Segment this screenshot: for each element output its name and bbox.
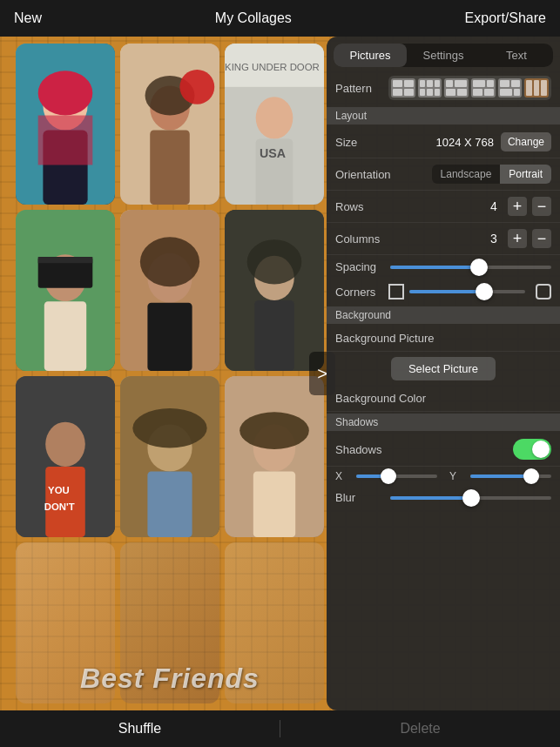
rows-value: 4 (485, 199, 503, 213)
tab-text[interactable]: Text (480, 44, 553, 67)
pattern-icon-5[interactable] (498, 78, 523, 98)
collage-cell-5[interactable] (120, 210, 219, 371)
collage-cell-4[interactable] (16, 210, 115, 371)
photo-3-overlay: KING UNDER DOOR USA (225, 44, 324, 205)
pattern-icon-4[interactable] (471, 78, 496, 98)
pattern-icons[interactable] (388, 76, 551, 100)
corners-slider[interactable] (409, 290, 525, 293)
svg-point-24 (140, 237, 199, 286)
shadows-toggle-knob (532, 441, 550, 458)
svg-rect-23 (147, 303, 192, 371)
spacing-slider[interactable] (390, 266, 551, 269)
svg-point-37 (132, 408, 206, 448)
pattern-icon-6[interactable] (524, 78, 549, 98)
bg-picture-label: Background Picture (335, 332, 551, 345)
orientation-label: Orientation (335, 168, 432, 181)
collage-cell-8[interactable] (120, 376, 219, 537)
columns-plus-button[interactable]: + (508, 229, 527, 248)
top-bar: New My Collages Export/Share (0, 0, 560, 37)
collage-cell-9[interactable] (225, 376, 324, 537)
svg-text:KING UNDER DOOR: KING UNDER DOOR (225, 62, 320, 72)
shuffle-button[interactable]: Shuffle (0, 721, 280, 737)
svg-rect-7 (150, 131, 190, 205)
corners-round-indicator (536, 284, 551, 299)
new-button[interactable]: New (14, 10, 42, 26)
blur-row: Blur (327, 486, 560, 509)
svg-text:DON'T: DON'T (44, 501, 75, 512)
delete-button[interactable]: Delete (280, 721, 560, 737)
blur-label: Blur (335, 491, 383, 504)
settings-panel: Pictures Settings Text Pattern (327, 37, 560, 710)
collage-overlay-text: Best Friends (9, 663, 331, 695)
export-button[interactable]: Export/Share (465, 10, 546, 26)
columns-control: 3 + − (485, 229, 551, 248)
columns-minus-button[interactable]: − (532, 229, 551, 248)
portrait-button[interactable]: Portrait (500, 165, 551, 184)
change-button[interactable]: Change (501, 132, 551, 151)
my-collages-button[interactable]: My Collages (215, 10, 292, 26)
collage-cell-6[interactable] (225, 210, 324, 371)
tab-pictures[interactable]: Pictures (334, 44, 407, 67)
photo-6-overlay (225, 210, 324, 371)
bg-color-label: Background Color (335, 392, 551, 405)
photo-9-overlay (225, 376, 324, 537)
svg-rect-18 (44, 301, 86, 371)
corners-sharp-indicator (388, 284, 404, 299)
y-label: Y (449, 470, 467, 482)
size-value: 1024 X 768 (435, 136, 494, 149)
svg-rect-4 (38, 116, 93, 165)
pattern-label: Pattern (335, 82, 383, 95)
svg-point-13 (256, 97, 293, 138)
photo-7-overlay: YOU DON'T (16, 376, 115, 537)
pattern-icon-2[interactable] (418, 78, 442, 98)
rows-control: 4 + − (485, 197, 551, 216)
svg-rect-36 (147, 472, 192, 537)
collage-cell-1[interactable] (16, 44, 115, 205)
spacing-label: Spacing (335, 260, 383, 273)
tab-settings[interactable]: Settings (407, 44, 480, 67)
columns-row: Columns 3 + − (327, 223, 560, 255)
select-picture-button[interactable]: Select Picture (391, 357, 496, 380)
columns-value: 3 (485, 232, 503, 246)
collage-cell-2[interactable] (120, 44, 219, 205)
svg-point-3 (38, 71, 93, 115)
bg-color-row: Background Color (327, 386, 560, 412)
collage-cell-3[interactable]: KING UNDER DOOR USA (225, 44, 324, 205)
corners-row: Corners (327, 279, 560, 305)
pattern-icon-1[interactable] (391, 78, 415, 98)
svg-point-9 (179, 70, 214, 104)
bottom-bar: Shuffle Delete (0, 710, 560, 747)
collage-cell-7[interactable]: YOU DON'T (16, 376, 115, 537)
svg-point-41 (240, 412, 309, 449)
svg-text:USA: USA (260, 146, 286, 160)
background-section: Background (327, 306, 560, 324)
rows-label: Rows (335, 200, 485, 213)
y-slider[interactable] (470, 474, 551, 478)
photo-4-overlay (16, 210, 115, 371)
shadows-toggle[interactable] (513, 439, 551, 460)
layout-section: Layout (327, 107, 560, 124)
collage-area: KING UNDER DOOR USA (9, 37, 331, 710)
pattern-icon-3[interactable] (444, 78, 469, 98)
photo-5-overlay (120, 210, 219, 371)
svg-rect-27 (254, 300, 294, 371)
landscape-button[interactable]: Landscape (432, 165, 501, 184)
svg-rect-20 (38, 257, 93, 263)
corners-label: Corners (335, 286, 383, 299)
size-label: Size (335, 136, 435, 149)
shadows-section: Shadows (327, 414, 560, 431)
blur-slider[interactable] (390, 496, 551, 500)
photo-1-overlay (16, 44, 115, 205)
x-slider-row: X Y (327, 467, 560, 486)
photo-8-overlay (120, 376, 219, 537)
rows-row: Rows 4 + − (327, 191, 560, 223)
rows-plus-button[interactable]: + (508, 197, 527, 216)
size-row: Size 1024 X 768 Change (327, 126, 560, 158)
orientation-toggle[interactable]: Landscape Portrait (432, 165, 551, 184)
shadows-label: Shadows (335, 443, 513, 456)
svg-point-30 (45, 422, 85, 467)
shadows-row: Shadows (327, 433, 560, 467)
rows-minus-button[interactable]: − (532, 197, 551, 216)
x-slider[interactable] (356, 474, 437, 478)
bg-picture-row: Background Picture (327, 326, 560, 352)
